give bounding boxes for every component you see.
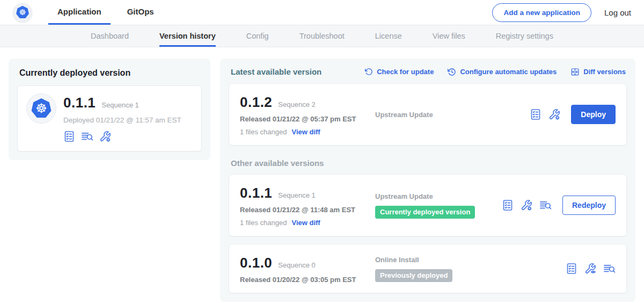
subnav-dashboard[interactable]: Dashboard xyxy=(91,25,129,47)
subnav-registry-settings[interactable]: Registry settings xyxy=(496,25,553,47)
deployed-panel-title: Currently deployed version xyxy=(19,68,201,78)
sequence-label: Sequence 0 xyxy=(278,261,315,269)
files-changed-label: 1 files changed xyxy=(240,128,287,136)
app-logo: ☸ xyxy=(26,93,56,124)
other-versions-header: Other available versions xyxy=(231,158,626,168)
version-source-label: Online Install xyxy=(375,256,566,264)
config-icon[interactable] xyxy=(99,131,111,142)
redeploy-button[interactable]: Redeploy xyxy=(562,196,616,215)
config-view-icon[interactable] xyxy=(584,263,596,275)
app-sub-nav: Dashboard Version history Config Trouble… xyxy=(0,25,644,47)
top-nav: ☸ Application GitOps Add a new applicati… xyxy=(0,0,644,25)
released-timestamp: Released 01/21/22 @ 05:37 pm EST xyxy=(240,115,375,123)
latest-version-header: Latest available version xyxy=(231,67,321,76)
subnav-view-files[interactable]: View files xyxy=(433,25,465,47)
version-source-label: Upstream Update xyxy=(375,111,530,119)
version-number: 0.1.1 xyxy=(240,185,272,201)
version-source-label: Upstream Update xyxy=(375,192,502,200)
add-application-button[interactable]: Add a new application xyxy=(492,3,591,22)
previously-deployed-badge: Previously deployed xyxy=(375,269,452,282)
topnav-spacer xyxy=(171,0,493,25)
clock-refresh-icon xyxy=(448,68,456,76)
sequence-label: Sequence 2 xyxy=(278,100,315,109)
config-icon[interactable] xyxy=(521,199,532,211)
configure-automatic-updates-link[interactable]: Configure automatic updates xyxy=(448,68,557,76)
release-notes-icon[interactable] xyxy=(603,263,616,275)
diff-versions-label: Diff versions xyxy=(583,68,626,76)
release-notes-icon[interactable] xyxy=(81,131,93,142)
version-card-0-1-1: 0.1.1 Sequence 1 Released 01/21/22 @ 11:… xyxy=(229,174,627,236)
subnav-version-history[interactable]: Version history xyxy=(159,25,216,47)
currently-deployed-panel: Currently deployed version ☸ 0.1.1 Seque… xyxy=(9,59,210,160)
check-for-update-label: Check for update xyxy=(377,68,434,76)
diff-versions-link[interactable]: Diff versions xyxy=(570,68,626,76)
refresh-icon xyxy=(365,68,373,76)
currently-deployed-badge: Currently deployed version xyxy=(375,206,475,219)
tab-application[interactable]: Application xyxy=(48,0,111,25)
preflight-checks-icon[interactable] xyxy=(530,109,541,120)
version-number: 0.1.0 xyxy=(240,255,272,271)
deployed-sequence-label: Sequence 1 xyxy=(101,101,138,109)
top-nav-tabs: Application GitOps xyxy=(48,0,171,25)
released-timestamp: Released 01/21/22 @ 11:48 am EST xyxy=(240,206,375,214)
version-card-0-1-0: 0.1.0 Sequence 0 Released 01/20/22 @ 03:… xyxy=(229,244,627,293)
view-diff-link[interactable]: View diff xyxy=(291,128,320,136)
config-icon[interactable] xyxy=(548,109,560,120)
deployed-version-number: 0.1.1 xyxy=(63,95,96,111)
release-notes-icon[interactable] xyxy=(539,199,552,211)
deployed-timestamp: Deployed 01/21/22 @ 11:57 am EST xyxy=(63,116,181,124)
configure-automatic-updates-label: Configure automatic updates xyxy=(460,68,557,76)
deploy-button[interactable]: Deploy xyxy=(571,105,616,124)
kubernetes-logo[interactable]: ☸ xyxy=(13,3,32,22)
subnav-troubleshoot[interactable]: Troubleshoot xyxy=(299,25,345,47)
sequence-label: Sequence 1 xyxy=(278,191,315,199)
logout-button[interactable]: Log out xyxy=(604,8,631,17)
version-card-0-1-2: 0.1.2 Sequence 2 Released 01/21/22 @ 05:… xyxy=(229,83,627,146)
version-history-panel: Latest available version Check for updat… xyxy=(220,59,635,302)
view-diff-link[interactable]: View diff xyxy=(291,219,320,227)
check-for-update-link[interactable]: Check for update xyxy=(365,68,434,76)
subnav-license[interactable]: License xyxy=(375,25,402,47)
preflight-checks-icon[interactable] xyxy=(566,263,577,275)
preflight-checks-icon[interactable] xyxy=(502,199,514,211)
deployed-version-card: ☸ 0.1.1 Sequence 1 Deployed 01/21/22 @ 1… xyxy=(17,85,202,152)
kubernetes-app-icon: ☸ xyxy=(30,97,53,120)
version-number: 0.1.2 xyxy=(240,94,272,111)
diff-icon xyxy=(570,68,580,76)
kubernetes-logo-icon: ☸ xyxy=(16,5,30,20)
preflight-checks-icon[interactable] xyxy=(63,131,75,142)
subnav-config[interactable]: Config xyxy=(246,25,269,47)
main-content: Currently deployed version ☸ 0.1.1 Seque… xyxy=(0,47,644,302)
files-changed-label: 1 files changed xyxy=(240,219,287,227)
tab-gitops[interactable]: GitOps xyxy=(118,0,163,25)
released-timestamp: Released 01/20/22 @ 03:05 pm EST xyxy=(240,276,375,284)
